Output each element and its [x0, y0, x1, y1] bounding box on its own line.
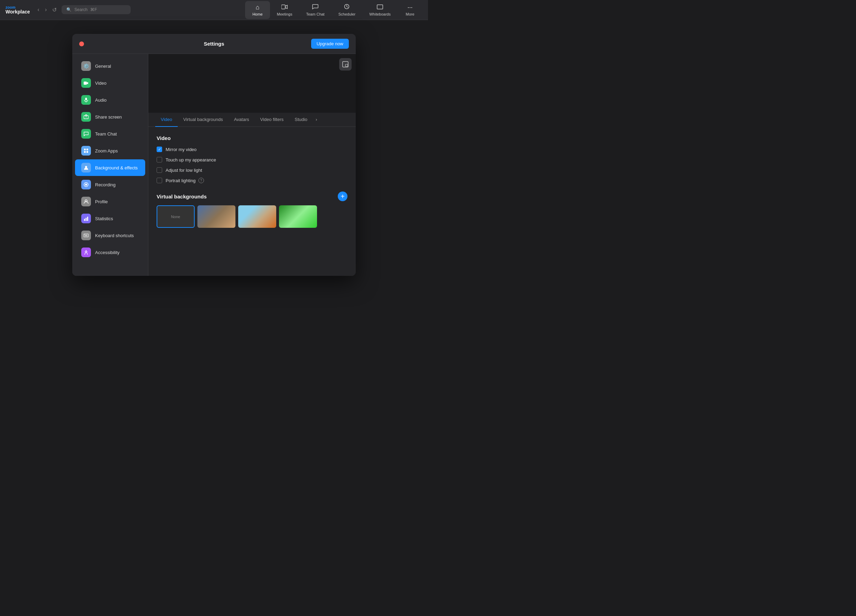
nav-label-more: More: [405, 12, 414, 16]
svg-rect-10: [86, 151, 88, 153]
sidebar-label-recording: Recording: [95, 182, 115, 187]
svg-rect-18: [84, 234, 88, 237]
checkbox-row-low-light: Adjust for low light: [157, 167, 348, 173]
bg-thumb-1[interactable]: [197, 205, 236, 228]
tab-virtual-backgrounds[interactable]: Virtual backgrounds: [178, 113, 228, 127]
sidebar-label-statistics: Statistics: [95, 216, 113, 221]
content-scroll[interactable]: Video Mirror my video Touch up my appear…: [148, 127, 356, 276]
vb-header: Virtual backgrounds +: [157, 191, 348, 201]
tab-more-arrow[interactable]: ›: [313, 113, 320, 126]
portrait-checkbox[interactable]: [157, 178, 162, 183]
whiteboards-icon: [377, 4, 383, 11]
sidebar-item-profile[interactable]: Profile: [75, 193, 145, 210]
zoom-apps-icon: [81, 146, 91, 156]
general-icon: ⚙️: [81, 61, 91, 71]
refresh-button[interactable]: ↺: [50, 5, 59, 14]
forward-button[interactable]: ›: [43, 5, 49, 14]
mirror-label: Mirror my video: [166, 147, 197, 152]
nav-label-scheduler: Scheduler: [339, 12, 356, 16]
settings-sidebar: ⚙️ General Video Audio: [72, 54, 148, 276]
tab-video-filters[interactable]: Video filters: [255, 113, 289, 127]
team-chat-sidebar-icon: [81, 129, 91, 139]
sidebar-item-background-effects[interactable]: Background & effects: [75, 159, 145, 176]
tab-video[interactable]: Video: [155, 113, 178, 127]
settings-window: Settings Upgrade now ⚙️ General Video: [72, 34, 356, 276]
bg-thumb-2[interactable]: [238, 205, 276, 228]
svg-rect-26: [345, 64, 348, 66]
settings-body: ⚙️ General Video Audio: [72, 54, 356, 276]
search-placeholder: Search: [74, 7, 88, 12]
sidebar-label-audio: Audio: [95, 97, 106, 103]
back-button[interactable]: ‹: [35, 5, 42, 14]
topbar-nav: ⌂ Home Meetings Team Chat Scheduler Wh: [245, 1, 422, 19]
svg-rect-17: [87, 217, 88, 221]
search-icon: 🔍: [66, 7, 72, 12]
bg-thumb-3[interactable]: [279, 205, 317, 228]
more-icon: ···: [407, 4, 413, 11]
svg-rect-16: [86, 218, 87, 221]
sidebar-item-zoom-apps[interactable]: Zoom Apps: [75, 142, 145, 159]
nav-item-home[interactable]: ⌂ Home: [245, 1, 270, 19]
nav-label-home: Home: [252, 12, 262, 16]
sidebar-label-team-chat: Team Chat: [95, 131, 117, 137]
tab-studio[interactable]: Studio: [289, 113, 313, 127]
svg-rect-21: [86, 235, 87, 236]
sidebar-label-general: General: [95, 64, 111, 69]
touch-up-checkbox[interactable]: [157, 157, 162, 162]
sidebar-item-recording[interactable]: Recording: [75, 176, 145, 193]
sidebar-label-keyboard-shortcuts: Keyboard shortcuts: [95, 233, 134, 238]
background-effects-icon: [81, 163, 91, 172]
sidebar-item-video[interactable]: Video: [75, 75, 145, 91]
low-light-checkbox[interactable]: [157, 167, 162, 173]
settings-title: Settings: [204, 41, 224, 47]
video-icon: [81, 78, 91, 88]
sidebar-item-share-screen[interactable]: Share screen: [75, 109, 145, 125]
share-screen-icon: [81, 112, 91, 122]
checkbox-row-portrait: Portrait lighting ?: [157, 178, 348, 183]
sidebar-item-general[interactable]: ⚙️ General: [75, 58, 145, 74]
svg-rect-0: [282, 5, 285, 9]
sidebar-item-statistics[interactable]: Statistics: [75, 210, 145, 227]
svg-point-23: [86, 250, 87, 251]
sidebar-label-zoom-apps: Zoom Apps: [95, 148, 118, 154]
profile-icon: [81, 197, 91, 206]
sidebar-item-accessibility[interactable]: Accessibility: [75, 244, 145, 261]
portrait-label: Portrait lighting ?: [166, 178, 204, 183]
upgrade-button[interactable]: Upgrade now: [311, 39, 349, 49]
audio-icon: [81, 95, 91, 105]
add-virtual-bg-button[interactable]: +: [338, 191, 348, 201]
sidebar-item-audio[interactable]: Audio: [75, 92, 145, 108]
workplace-brand: Workplace: [6, 9, 30, 14]
search-bar[interactable]: 🔍 Search ⌘F: [62, 5, 131, 14]
nav-item-more[interactable]: ··· More: [397, 1, 422, 19]
nav-item-scheduler[interactable]: Scheduler: [331, 1, 363, 19]
nav-item-whiteboards[interactable]: Whiteboards: [362, 1, 397, 19]
portrait-help-icon[interactable]: ?: [199, 178, 204, 183]
tab-avatars[interactable]: Avatars: [228, 113, 255, 127]
sidebar-item-keyboard-shortcuts[interactable]: Keyboard shortcuts: [75, 227, 145, 244]
close-button[interactable]: [79, 42, 84, 46]
nav-item-team-chat[interactable]: Team Chat: [299, 1, 331, 19]
bg-none-label: None: [171, 215, 180, 219]
svg-rect-2: [377, 5, 383, 9]
sidebar-label-video: Video: [95, 80, 106, 86]
nav-item-meetings[interactable]: Meetings: [270, 1, 299, 19]
svg-rect-4: [85, 98, 87, 101]
sidebar-label-background-effects: Background & effects: [95, 165, 138, 171]
svg-rect-8: [86, 149, 88, 150]
mirror-checkbox[interactable]: [157, 146, 162, 152]
low-light-label: Adjust for low light: [166, 168, 202, 173]
statistics-icon: [81, 214, 91, 223]
svg-rect-3: [84, 82, 87, 85]
topbar: zoom Workplace ‹ › ↺ 🔍 Search ⌘F ⌂ Home …: [0, 0, 428, 20]
video-section-title: Video: [157, 135, 348, 141]
pip-button[interactable]: [339, 58, 352, 71]
virtual-backgrounds-section: Virtual backgrounds + None: [157, 191, 348, 228]
checkbox-row-touch-up: Touch up my appearance: [157, 157, 348, 162]
sidebar-label-accessibility: Accessibility: [95, 250, 120, 255]
accessibility-icon: [81, 248, 91, 257]
nav-label-meetings: Meetings: [277, 12, 293, 16]
sidebar-item-team-chat[interactable]: Team Chat: [75, 125, 145, 142]
bg-thumb-none[interactable]: None: [157, 205, 195, 228]
scheduler-icon: [344, 4, 349, 11]
